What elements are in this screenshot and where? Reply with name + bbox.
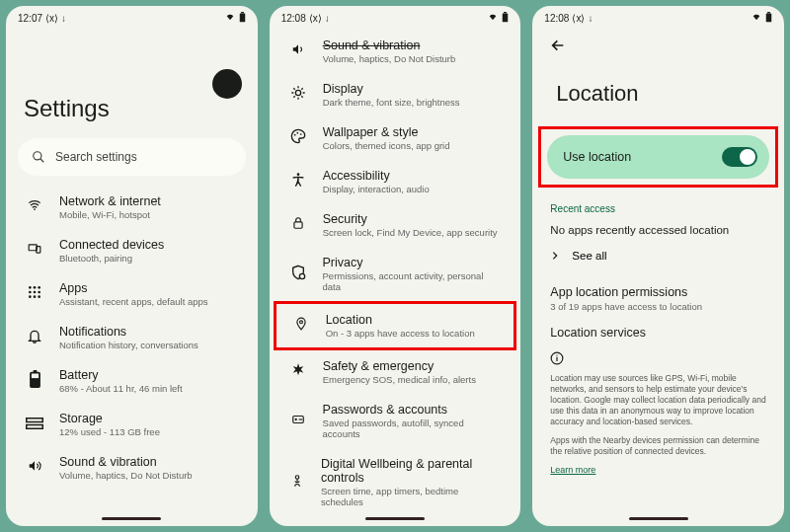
svg-point-30 xyxy=(299,321,302,324)
settings-list: Network & internetMobile, Wi-Fi, hotspot… xyxy=(6,186,258,513)
download-icon: ↓ xyxy=(588,13,592,24)
svg-point-7 xyxy=(29,286,32,289)
svg-point-4 xyxy=(34,208,36,210)
settings-main-screen: 12:07 ⟨x⟩ ↓ Settings Search settings Net… xyxy=(6,6,258,526)
storage-icon xyxy=(26,416,43,433)
svg-point-8 xyxy=(34,286,37,289)
svg-rect-18 xyxy=(31,378,40,387)
wifi-icon xyxy=(750,12,762,24)
item-location[interactable]: LocationOn - 3 apps have access to locat… xyxy=(274,301,517,350)
item-privacy[interactable]: PrivacyPermissions, account activity, pe… xyxy=(274,247,517,301)
item-wallpaper[interactable]: Wallpaper & styleColors, themed icons, a… xyxy=(274,116,517,160)
status-indicator: ⟨x⟩ xyxy=(309,13,322,24)
item-security[interactable]: SecurityScreen lock, Find My Device, app… xyxy=(274,203,517,247)
battery-icon xyxy=(765,12,772,25)
item-sound[interactable]: Sound & vibrationVolume, haptics, Do Not… xyxy=(274,30,517,73)
page-title: Settings xyxy=(24,95,258,122)
svg-point-38 xyxy=(557,354,558,355)
profile-avatar[interactable] xyxy=(212,69,242,99)
search-settings[interactable]: Search settings xyxy=(18,138,246,176)
item-storage[interactable]: Storage12% used - 113 GB free xyxy=(10,403,254,446)
palette-icon xyxy=(290,128,306,148)
use-location-row[interactable]: Use location xyxy=(547,135,769,179)
bell-icon xyxy=(27,328,42,347)
accessibility-icon xyxy=(290,171,306,192)
battery-icon xyxy=(239,12,246,25)
svg-rect-20 xyxy=(27,425,43,429)
sound-icon xyxy=(27,459,42,477)
item-wellbeing[interactable]: Digital Wellbeing & parental controlsScr… xyxy=(274,448,517,513)
location-icon xyxy=(294,315,308,337)
svg-point-14 xyxy=(34,295,37,298)
recent-access-empty: No apps recently accessed location xyxy=(550,224,766,236)
back-button[interactable] xyxy=(532,26,784,57)
key-icon xyxy=(290,413,306,430)
use-location-highlight: Use location xyxy=(538,126,778,188)
wifi-icon xyxy=(224,12,236,24)
item-network[interactable]: Network & internetMobile, Wi-Fi, hotspot xyxy=(10,186,254,229)
battery-icon xyxy=(502,12,509,25)
back-arrow-icon xyxy=(548,38,568,53)
item-sound[interactable]: Sound & vibrationVolume, haptics, Do Not… xyxy=(10,446,254,490)
svg-point-2 xyxy=(34,152,41,160)
status-bar: 12:08 ⟨x⟩ ↓ xyxy=(270,6,521,26)
svg-line-3 xyxy=(40,159,44,163)
item-battery[interactable]: Battery68% - About 11 hr, 46 min left xyxy=(10,359,254,403)
item-passwords[interactable]: Passwords & accountsSaved passwords, aut… xyxy=(274,394,517,448)
nav-handle[interactable] xyxy=(365,517,425,520)
svg-point-15 xyxy=(38,295,40,298)
settings-list-scrolled: Sound & vibrationVolume, haptics, Do Not… xyxy=(270,26,521,513)
item-safety[interactable]: Safety & emergencyEmergency SOS, medical… xyxy=(274,350,517,394)
svg-point-10 xyxy=(29,291,32,294)
use-location-label: Use location xyxy=(563,150,631,164)
see-all-label: See all xyxy=(572,250,606,262)
svg-rect-19 xyxy=(27,418,43,422)
lock-icon xyxy=(291,215,305,235)
wifi-icon xyxy=(487,12,499,24)
svg-point-24 xyxy=(293,134,295,136)
page-title: Location xyxy=(556,81,784,107)
svg-rect-22 xyxy=(504,12,507,13)
see-all-row[interactable]: See all xyxy=(550,250,766,262)
status-bar: 12:07 ⟨x⟩ ↓ xyxy=(6,6,258,26)
location-settings-screen: 12:08 ⟨x⟩ ↓ Location Use location Recent… xyxy=(532,6,784,526)
svg-rect-0 xyxy=(239,13,245,22)
recent-access-label: Recent access xyxy=(550,203,766,214)
download-icon: ↓ xyxy=(325,13,330,24)
nav-handle[interactable] xyxy=(629,517,688,520)
item-accessibility[interactable]: AccessibilityDisplay, interaction, audio xyxy=(274,160,517,203)
item-apps[interactable]: AppsAssistant, recent apps, default apps xyxy=(10,272,254,316)
status-time: 12:08 xyxy=(281,13,306,24)
location-services-title[interactable]: Location services xyxy=(550,326,766,340)
search-placeholder: Search settings xyxy=(55,150,137,164)
svg-rect-5 xyxy=(29,245,37,251)
svg-rect-21 xyxy=(503,13,509,22)
item-notifications[interactable]: NotificationsNotification history, conve… xyxy=(10,316,254,359)
use-location-switch[interactable] xyxy=(722,147,757,167)
svg-point-29 xyxy=(299,273,304,278)
nav-handle[interactable] xyxy=(102,517,161,520)
wifi-icon xyxy=(26,198,43,216)
location-info-1: Location may use sources like GPS, Wi-Fi… xyxy=(550,373,766,427)
privacy-icon xyxy=(290,265,306,284)
chevron-right-icon xyxy=(550,251,560,261)
svg-point-9 xyxy=(38,286,40,289)
wellbeing-icon xyxy=(290,472,304,494)
info-icon xyxy=(550,351,766,369)
emergency-icon xyxy=(290,362,306,382)
apps-icon xyxy=(27,284,42,304)
svg-rect-35 xyxy=(767,12,770,13)
svg-rect-1 xyxy=(241,12,244,13)
status-indicator: ⟨x⟩ xyxy=(572,13,585,24)
learn-more-link[interactable]: Learn more xyxy=(550,465,766,475)
status-time: 12:08 xyxy=(544,13,569,24)
svg-point-33 xyxy=(295,475,299,479)
svg-rect-17 xyxy=(33,370,37,373)
settings-scrolled-screen: 12:08 ⟨x⟩ ↓ Sound & vibrationVolume, hap… xyxy=(270,6,521,526)
svg-rect-34 xyxy=(766,13,772,22)
item-connected-devices[interactable]: Connected devicesBluetooth, pairing xyxy=(10,229,254,272)
app-permissions-title[interactable]: App location permissions xyxy=(550,285,766,299)
svg-point-13 xyxy=(29,295,32,298)
item-display[interactable]: DisplayDark theme, font size, brightness xyxy=(274,73,517,116)
download-icon: ↓ xyxy=(61,13,66,24)
